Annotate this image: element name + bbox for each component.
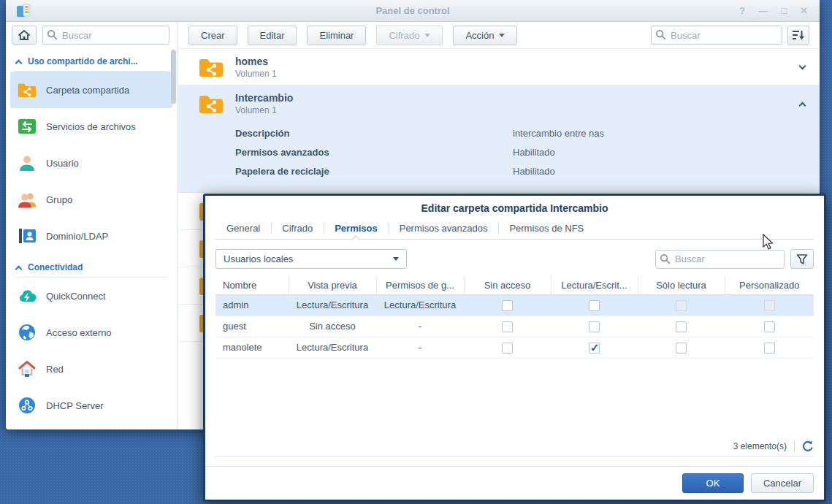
table-row-manolete[interactable]: manolete Lectura/Escritura - [215,337,814,358]
sidebar-section-file-sharing[interactable]: Uso compartido de archi... [15,51,168,72]
user-icon [18,153,37,172]
network-icon [18,359,37,378]
chevron-up-icon[interactable] [799,102,806,109]
checkbox-personalizado[interactable] [764,343,775,354]
folder-row-homes[interactable]: homes Volumen 1 [178,49,820,85]
folder-details: Descripción intercambio entre nas Permis… [178,122,820,192]
shared-folder-icon [199,93,224,114]
sidebar-item-network[interactable]: Red [10,351,172,387]
filter-button[interactable] [790,249,814,269]
window-title: Panel de control [6,5,820,16]
folder-search-input[interactable] [651,26,782,45]
dhcp-server-icon [18,396,37,415]
group-permission: - [376,337,464,358]
sidebar-item-dhcp-server[interactable]: DHCP Server [10,387,172,424]
item-count: 3 elemento(s) [733,441,787,451]
sidebar-item-file-services[interactable]: Servicios de archivos [10,108,172,145]
sidebar-item-shared-folder[interactable]: Carpeta compartida [10,72,172,108]
permissions-table: Nombre Vista previa Permisos de g... Sin… [215,276,814,359]
action-dropdown-button[interactable]: Acción [453,26,517,45]
detail-value: intercambio entre nas [513,128,604,139]
checkbox-lectura-escritura[interactable] [589,300,600,311]
toolbar: Crear Editar Eliminar Cifrado Acción [178,22,820,49]
help-icon[interactable]: ? [739,6,745,15]
sidebar-item-user[interactable]: Usuario [10,145,172,181]
sort-button[interactable] [787,26,809,45]
tab-permisos-avanzados[interactable]: Permisos avanzados [389,219,499,239]
checkbox-sin-acceso[interactable] [502,321,513,332]
domain-ldap-icon [18,226,37,245]
checkbox-personalizado[interactable] [764,321,775,332]
dialog-controls: Usuarios locales [215,249,814,269]
folder-name: homes [235,56,277,67]
external-access-icon [18,323,37,342]
folder-volume: Volumen 1 [235,69,277,79]
tab-permisos[interactable]: Permisos [324,219,389,239]
user-type-select[interactable]: Usuarios locales [215,249,407,269]
checkbox-lectura-escritura[interactable] [589,321,600,332]
close-icon[interactable]: ✕ [800,6,808,15]
checkbox-solo-lectura[interactable] [676,343,687,354]
detail-value: Habilitado [513,166,555,177]
column-header-permisos-grupo[interactable]: Permisos de g... [376,276,464,294]
group-icon [18,190,37,209]
table-row-admin[interactable]: admin Lectura/Escritura Lectura/Escritur… [215,294,814,316]
chevron-down-icon [499,34,505,37]
sidebar-search-input[interactable] [42,26,169,45]
user-name: manolete [215,337,289,358]
create-button[interactable]: Crear [188,26,237,45]
sidebar-item-external-access[interactable]: Acceso externo [10,314,172,351]
column-header-personalizado[interactable]: Personalizado [725,276,814,294]
dialog-title: Editar carpeta compartida Intercambio [205,202,824,214]
column-header-sin-acceso[interactable]: Sin acceso [464,276,551,294]
detail-label: Permisos avanzados [235,147,513,158]
detail-label: Descripción [235,128,513,139]
checkbox-solo-lectura[interactable] [676,321,687,332]
detail-label: Papelera de reciclaje [235,166,513,177]
column-header-nombre[interactable]: Nombre [215,276,289,294]
ok-button[interactable]: OK [682,473,744,493]
tab-general[interactable]: General [215,219,271,239]
preview-permission: Lectura/Escritura [289,294,376,316]
dialog-footer: OK Cancelar [205,466,824,500]
folder-row-intercambio[interactable]: Intercambio Volumen 1 [178,85,820,122]
home-button[interactable] [12,26,37,45]
preview-permission: Lectura/Escritura [289,337,376,358]
folder-name: Intercambio [235,92,293,104]
group-permission: - [376,316,464,337]
search-icon [655,29,666,40]
column-header-solo-lectura[interactable]: Sólo lectura [638,276,725,294]
sidebar-item-group[interactable]: Grupo [10,181,172,218]
checkbox-personalizado [764,300,775,311]
shared-folder-icon [199,57,224,77]
sidebar-item-domain-ldap[interactable]: Dominio/LDAP [10,218,172,254]
shared-folder-icon [18,80,37,99]
cancel-button[interactable]: Cancelar [751,473,814,493]
sort-icon [792,29,805,41]
edit-button[interactable]: Editar [248,26,297,45]
preview-permission: Sin acceso [289,316,376,337]
refresh-icon[interactable] [802,440,814,452]
table-row-guest[interactable]: guest Sin acceso - [215,316,814,337]
checkbox-solo-lectura [676,300,687,311]
column-header-vista-previa[interactable]: Vista previa [289,276,376,294]
checkbox-sin-acceso[interactable] [502,300,513,311]
chevron-down-icon[interactable] [799,63,806,70]
chevron-down-icon [393,257,399,261]
sidebar-section-connectivity[interactable]: Conectividad [15,257,168,278]
tab-cifrado[interactable]: Cifrado [271,219,324,239]
checkbox-lectura-escritura[interactable] [589,343,600,354]
user-name: admin [215,294,289,316]
maximize-icon[interactable]: □ [781,6,787,15]
delete-button[interactable]: Eliminar [307,26,366,45]
file-services-icon [18,117,37,136]
tab-permisos-nfs[interactable]: Permisos de NFS [498,219,595,239]
sidebar-item-quickconnect[interactable]: QuickConnect [10,278,172,314]
dialog-tabs: General Cifrado Permisos Permisos avanza… [215,219,814,240]
user-search-input[interactable] [655,250,785,269]
checkbox-sin-acceso[interactable] [502,343,513,354]
minimize-icon[interactable]: — [758,6,768,15]
sidebar-scrollbar-thumb[interactable] [171,50,176,104]
detail-value: Habilitado [513,147,555,158]
column-header-lectura-escritura[interactable]: Lectura/Escrit... [551,276,638,294]
